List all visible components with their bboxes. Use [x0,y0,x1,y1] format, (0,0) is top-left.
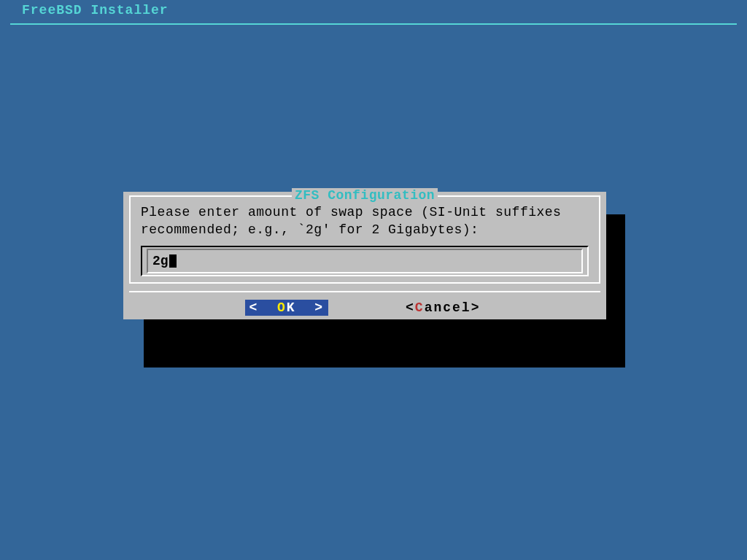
header-rule [10,23,737,25]
ok-button[interactable]: < OK > [245,300,328,316]
dialog-button-row: < OK > <Cancel> [129,291,600,316]
zfs-config-dialog: ZFS Configuration Please enter amount of… [123,192,606,319]
cancel-button[interactable]: <Cancel> [401,300,484,316]
swap-input-wrapper: 2g [141,246,589,276]
dialog-title: ZFS Configuration [141,189,589,202]
swap-size-input[interactable]: 2g [147,249,583,273]
dialog-frame: ZFS Configuration Please enter amount of… [129,195,600,284]
dialog-prompt: Please enter amount of swap space (SI-Un… [141,203,589,238]
text-cursor [169,254,177,268]
installer-header: FreeBSD Installer [22,4,169,17]
swap-size-value: 2g [152,254,169,268]
